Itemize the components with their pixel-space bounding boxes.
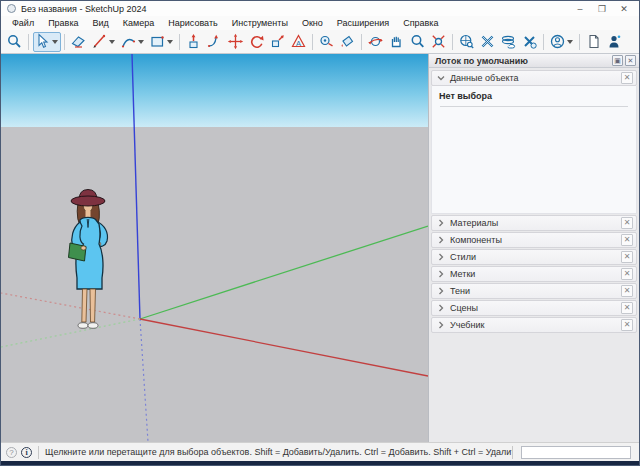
chevron-right-icon xyxy=(437,270,445,278)
line-dropdown-icon[interactable] xyxy=(109,40,115,44)
extension-warehouse-tool-button[interactable] xyxy=(478,32,498,52)
panel-divider xyxy=(440,106,628,107)
tray-section-label: Учебник xyxy=(450,320,484,330)
measure-separator xyxy=(512,446,513,459)
select-tool-button[interactable] xyxy=(33,32,61,52)
tape-measure-tool-button[interactable] xyxy=(317,32,337,52)
tray-section-materials[interactable]: Материалы✕ xyxy=(431,215,637,231)
eraser-icon xyxy=(70,33,87,50)
pan-tool-button[interactable] xyxy=(387,32,407,52)
new-file-icon xyxy=(585,33,602,50)
new-file-tool-button[interactable] xyxy=(584,32,604,52)
rectangle-tool-button[interactable] xyxy=(148,32,176,52)
3d-warehouse-icon xyxy=(458,33,475,50)
menu-справка[interactable]: Справка xyxy=(396,16,445,30)
geolocation-help-icon[interactable]: ? xyxy=(6,447,17,458)
section-close-icon[interactable]: ✕ xyxy=(621,251,633,263)
status-separator xyxy=(38,446,39,459)
follow-me-tool-button[interactable] xyxy=(205,32,225,52)
scale-icon xyxy=(269,33,286,50)
section-close-icon[interactable]: ✕ xyxy=(621,217,633,229)
zoom-tool-button[interactable] xyxy=(408,32,428,52)
toolbar-separator xyxy=(312,34,313,50)
extension-warehouse-icon xyxy=(479,33,496,50)
extension-manager-tool-button[interactable] xyxy=(520,32,540,52)
toolbar: A xyxy=(1,30,639,54)
move-tool-button[interactable] xyxy=(226,32,246,52)
add-location-tool-button[interactable] xyxy=(499,32,519,52)
share-person-tool-button[interactable] xyxy=(605,32,625,52)
default-tray: Лоток по умолчанию ▣ ✕ Данные объекта✕Не… xyxy=(428,54,639,442)
menu-bar: ФайлПравкаВидКамераНарисоватьИнструменты… xyxy=(1,16,639,30)
ground-plane xyxy=(1,127,428,442)
account-icon xyxy=(549,33,566,50)
toolbar-separator xyxy=(579,34,580,50)
paint-bucket-tool-button[interactable] xyxy=(338,32,358,52)
extension-manager-icon xyxy=(521,33,538,50)
menu-вид[interactable]: Вид xyxy=(86,16,116,30)
push-pull-icon xyxy=(185,33,202,50)
section-close-icon[interactable]: ✕ xyxy=(621,268,633,280)
status-hint: Щелкните или перетащите для выбора объек… xyxy=(45,447,512,457)
tray-section-label: Компоненты xyxy=(450,235,502,245)
minimize-button[interactable]: – xyxy=(569,2,591,15)
tray-close-icon[interactable]: ✕ xyxy=(625,55,636,66)
tray-section-components[interactable]: Компоненты✕ xyxy=(431,232,637,248)
tray-pin-icon[interactable]: ▣ xyxy=(612,55,623,66)
menu-окно[interactable]: Окно xyxy=(295,16,330,30)
chevron-right-icon xyxy=(437,321,445,329)
text-tool-tool-button[interactable]: A xyxy=(289,32,309,52)
line-icon xyxy=(91,33,108,50)
follow-me-icon xyxy=(206,33,223,50)
tray-section-instructor[interactable]: Учебник✕ xyxy=(431,317,637,333)
maximize-button[interactable]: ❐ xyxy=(591,2,613,15)
section-close-icon[interactable]: ✕ xyxy=(621,72,633,84)
zoom-extents-tool-button[interactable] xyxy=(429,32,449,52)
account-dropdown-icon[interactable] xyxy=(567,40,573,44)
tray-section-shadows[interactable]: Тени✕ xyxy=(431,283,637,299)
line-tool-button[interactable] xyxy=(90,32,118,52)
tape-measure-icon xyxy=(318,33,335,50)
chevron-down-icon xyxy=(437,74,445,82)
tray-section-styles[interactable]: Стили✕ xyxy=(431,249,637,265)
measurements-input[interactable] xyxy=(521,446,631,459)
arc-dropdown-icon[interactable] xyxy=(138,40,144,44)
tray-section-entity-info[interactable]: Данные объекта✕ xyxy=(431,70,637,86)
sketchup-window: Без названия - SketchUp 2024 – ❐ ✕ ФайлП… xyxy=(0,0,640,466)
3d-warehouse-tool-button[interactable] xyxy=(457,32,477,52)
chevron-right-icon xyxy=(437,219,445,227)
section-close-icon[interactable]: ✕ xyxy=(621,285,633,297)
section-close-icon[interactable]: ✕ xyxy=(621,302,633,314)
push-pull-tool-button[interactable] xyxy=(184,32,204,52)
account-tool-button[interactable] xyxy=(548,32,576,52)
menu-инструменты[interactable]: Инструменты xyxy=(225,16,295,30)
menu-файл[interactable]: Файл xyxy=(5,16,41,30)
chevron-right-icon xyxy=(437,253,445,261)
tray-section-label: Сцены xyxy=(450,303,478,313)
model-viewport[interactable] xyxy=(1,54,428,442)
orbit-icon xyxy=(367,33,384,50)
section-close-icon[interactable]: ✕ xyxy=(621,234,633,246)
select-dropdown-icon[interactable] xyxy=(52,40,58,44)
arc-tool-button[interactable] xyxy=(119,32,147,52)
rectangle-dropdown-icon[interactable] xyxy=(167,40,173,44)
tray-section-tags[interactable]: Метки✕ xyxy=(431,266,637,282)
search-tool-button[interactable] xyxy=(5,32,25,52)
scale-tool-button[interactable] xyxy=(268,32,288,52)
menu-расширения[interactable]: Расширения xyxy=(330,16,396,30)
menu-нарисовать[interactable]: Нарисовать xyxy=(161,16,224,30)
close-button[interactable]: ✕ xyxy=(613,2,635,15)
entity-info-panel: Нет выбора xyxy=(431,86,637,214)
tray-section-scenes[interactable]: Сцены✕ xyxy=(431,300,637,316)
menu-правка[interactable]: Правка xyxy=(41,16,85,30)
rotate-icon xyxy=(248,33,265,50)
orbit-tool-button[interactable] xyxy=(366,32,386,52)
section-close-icon[interactable]: ✕ xyxy=(621,319,633,331)
toolbar-separator xyxy=(64,34,65,50)
eraser-tool-button[interactable] xyxy=(69,32,89,52)
info-icon[interactable]: i xyxy=(21,447,32,458)
toolbar-separator xyxy=(543,34,544,50)
select-icon xyxy=(34,33,51,50)
menu-камера[interactable]: Камера xyxy=(116,16,161,30)
rotate-tool-button[interactable] xyxy=(247,32,267,52)
